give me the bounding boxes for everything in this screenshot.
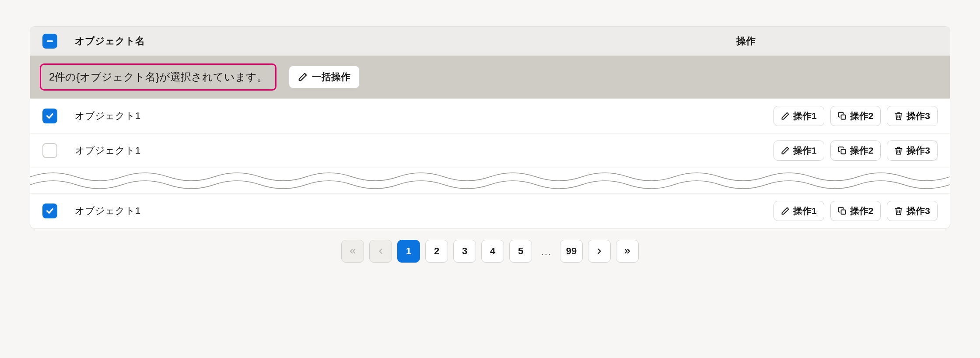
- pagination-page-last[interactable]: 99: [560, 240, 583, 263]
- action-label: 操作2: [850, 144, 874, 157]
- svg-rect-1: [841, 115, 845, 119]
- row-checkbox[interactable]: [42, 204, 57, 218]
- bulk-action-button[interactable]: 一括操作: [289, 66, 360, 88]
- action-2-button[interactable]: 操作2: [830, 106, 881, 126]
- row-name: オブジェクト1: [75, 109, 756, 123]
- row-checkbox[interactable]: [42, 143, 57, 158]
- row-actions: 操作1 操作2 操作3: [774, 140, 938, 161]
- action-label: 操作1: [793, 144, 817, 157]
- pagination-page-3[interactable]: 3: [453, 240, 476, 263]
- action-label: 操作3: [906, 205, 930, 217]
- action-2-button[interactable]: 操作2: [830, 140, 881, 161]
- action-3-button[interactable]: 操作3: [887, 140, 938, 161]
- pencil-icon: [781, 146, 790, 155]
- pagination-page-4[interactable]: 4: [481, 240, 504, 263]
- action-label: 操作3: [906, 110, 930, 122]
- row-actions: 操作1 操作2 操作3: [774, 201, 938, 221]
- row-actions: 操作1 操作2 操作3: [774, 106, 938, 126]
- pagination-page-5[interactable]: 5: [509, 240, 532, 263]
- copy-icon: [838, 207, 847, 215]
- pagination-ellipsis: …: [537, 245, 555, 258]
- trash-icon: [894, 112, 903, 120]
- table-row: オブジェクト1 操作1 操作2 操作3: [30, 193, 950, 228]
- action-label: 操作2: [850, 205, 874, 217]
- action-2-button[interactable]: 操作2: [830, 201, 881, 221]
- action-3-button[interactable]: 操作3: [887, 106, 938, 126]
- chevrons-right-icon: [623, 247, 632, 256]
- bulk-action-bar: 2件の{オブジェクト名}が選択されています。 一括操作: [30, 56, 950, 98]
- chevrons-left-icon: [348, 247, 357, 256]
- action-label: 操作1: [793, 205, 817, 217]
- bulk-action-label: 一括操作: [312, 70, 350, 84]
- pagination-first-button[interactable]: [341, 240, 364, 263]
- pagination: 1 2 3 4 5 … 99: [30, 240, 950, 263]
- svg-rect-0: [47, 40, 53, 42]
- action-1-button[interactable]: 操作1: [774, 106, 824, 126]
- action-1-button[interactable]: 操作1: [774, 201, 824, 221]
- row-name: オブジェクト1: [75, 204, 756, 218]
- pagination-prev-button[interactable]: [369, 240, 392, 263]
- svg-rect-3: [841, 210, 845, 214]
- action-label: 操作2: [850, 110, 874, 122]
- table-row: オブジェクト1 操作1 操作2 操作3: [30, 98, 950, 133]
- table-header-row: オブジェクト名 操作: [30, 27, 950, 56]
- select-all-checkbox[interactable]: [42, 34, 57, 49]
- copy-icon: [838, 146, 847, 155]
- pencil-icon: [781, 112, 790, 120]
- action-3-button[interactable]: 操作3: [887, 201, 938, 221]
- pagination-last-button[interactable]: [616, 240, 639, 263]
- selection-count-text: 2件の{オブジェクト名}が選択されています。: [40, 63, 276, 91]
- truncated-rows-indicator: [30, 168, 950, 193]
- pencil-icon: [298, 72, 308, 82]
- table-row: オブジェクト1 操作1 操作2 操作3: [30, 133, 950, 168]
- trash-icon: [894, 207, 903, 215]
- chevron-left-icon: [376, 247, 385, 256]
- pagination-next-button[interactable]: [588, 240, 611, 263]
- row-name: オブジェクト1: [75, 144, 756, 157]
- copy-icon: [838, 112, 847, 120]
- pencil-icon: [781, 207, 790, 215]
- column-header-name: オブジェクト名: [75, 35, 719, 48]
- check-icon: [45, 206, 55, 216]
- svg-rect-2: [841, 150, 845, 154]
- pagination-page-2[interactable]: 2: [425, 240, 448, 263]
- action-label: 操作1: [793, 110, 817, 122]
- action-label: 操作3: [906, 144, 930, 157]
- minus-icon: [45, 36, 55, 46]
- check-icon: [45, 111, 55, 121]
- action-1-button[interactable]: 操作1: [774, 140, 824, 161]
- data-table: オブジェクト名 操作 2件の{オブジェクト名}が選択されています。 一括操作 オ…: [30, 26, 950, 228]
- row-checkbox[interactable]: [42, 109, 57, 123]
- column-header-actions: 操作: [736, 35, 938, 48]
- trash-icon: [894, 146, 903, 155]
- pagination-page-1[interactable]: 1: [397, 240, 420, 263]
- chevron-right-icon: [595, 247, 604, 256]
